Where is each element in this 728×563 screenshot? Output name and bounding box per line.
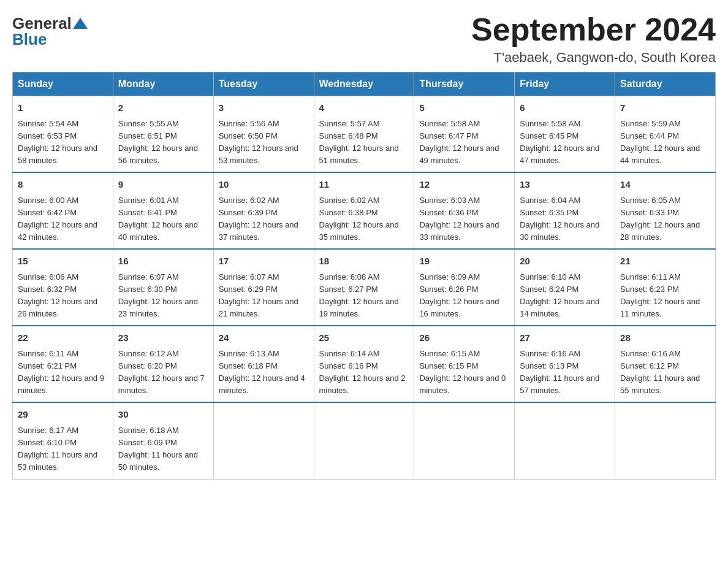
day-number: 15: [18, 255, 108, 269]
calendar-cell: 7Sunrise: 5:59 AMSunset: 6:44 PMDaylight…: [615, 96, 716, 173]
day-number: 19: [419, 255, 509, 269]
calendar-cell: 28Sunrise: 6:16 AMSunset: 6:12 PMDayligh…: [615, 326, 716, 402]
day-info: Sunrise: 6:05 AMSunset: 6:33 PMDaylight:…: [620, 194, 710, 244]
day-number: 24: [219, 331, 309, 345]
day-info: Sunrise: 6:14 AMSunset: 6:16 PMDaylight:…: [319, 348, 409, 397]
day-number: 29: [18, 408, 108, 422]
calendar-cell: 18Sunrise: 6:08 AMSunset: 6:27 PMDayligh…: [314, 249, 414, 326]
day-info: Sunrise: 5:55 AMSunset: 6:51 PMDaylight:…: [118, 118, 208, 167]
day-number: 9: [118, 178, 208, 192]
logo: General Blue: [12, 12, 88, 47]
day-info: Sunrise: 5:54 AMSunset: 6:53 PMDaylight:…: [18, 118, 108, 167]
day-number: 3: [219, 101, 309, 115]
day-info: Sunrise: 5:56 AMSunset: 6:50 PMDaylight:…: [219, 118, 309, 167]
day-number: 28: [620, 331, 710, 345]
calendar-cell: 21Sunrise: 6:11 AMSunset: 6:23 PMDayligh…: [615, 249, 716, 326]
day-info: Sunrise: 6:12 AMSunset: 6:20 PMDaylight:…: [118, 348, 208, 397]
day-number: 18: [319, 255, 409, 269]
day-info: Sunrise: 6:09 AMSunset: 6:26 PMDaylight:…: [419, 271, 509, 321]
weekday-header-wednesday: Wednesday: [314, 72, 414, 96]
calendar-week-row: 8Sunrise: 6:00 AMSunset: 6:42 PMDaylight…: [13, 172, 716, 249]
day-info: Sunrise: 6:11 AMSunset: 6:21 PMDaylight:…: [18, 348, 108, 397]
calendar-cell: 8Sunrise: 6:00 AMSunset: 6:42 PMDaylight…: [13, 172, 113, 249]
day-info: Sunrise: 6:04 AMSunset: 6:35 PMDaylight:…: [520, 194, 610, 244]
day-info: Sunrise: 6:02 AMSunset: 6:39 PMDaylight:…: [219, 194, 309, 244]
day-info: Sunrise: 6:07 AMSunset: 6:30 PMDaylight:…: [118, 271, 208, 321]
calendar-cell: 25Sunrise: 6:14 AMSunset: 6:16 PMDayligh…: [314, 326, 414, 402]
calendar-cell: 26Sunrise: 6:15 AMSunset: 6:15 PMDayligh…: [414, 326, 515, 402]
day-number: 14: [620, 178, 710, 192]
day-number: 22: [18, 331, 108, 345]
weekday-header-row: SundayMondayTuesdayWednesdayThursdayFrid…: [13, 72, 716, 96]
calendar-cell: 11Sunrise: 6:02 AMSunset: 6:38 PMDayligh…: [314, 172, 414, 249]
page-header: General Blue September 2024 T'aebaek, Ga…: [12, 12, 716, 66]
title-section: September 2024 T'aebaek, Gangwon-do, Sou…: [471, 12, 716, 66]
day-number: 20: [520, 255, 610, 269]
calendar-cell: 19Sunrise: 6:09 AMSunset: 6:26 PMDayligh…: [414, 249, 515, 326]
calendar-week-row: 29Sunrise: 6:17 AMSunset: 6:10 PMDayligh…: [13, 402, 716, 479]
day-number: 21: [620, 255, 710, 269]
weekday-header-thursday: Thursday: [414, 72, 515, 96]
calendar-cell: 30Sunrise: 6:18 AMSunset: 6:09 PMDayligh…: [113, 402, 213, 479]
day-number: 6: [520, 101, 610, 115]
calendar-cell: 4Sunrise: 5:57 AMSunset: 6:48 PMDaylight…: [314, 96, 414, 173]
day-info: Sunrise: 6:13 AMSunset: 6:18 PMDaylight:…: [219, 348, 309, 397]
day-info: Sunrise: 6:08 AMSunset: 6:27 PMDaylight:…: [319, 271, 409, 321]
day-info: Sunrise: 5:58 AMSunset: 6:45 PMDaylight:…: [520, 118, 610, 167]
day-number: 7: [620, 101, 710, 115]
day-number: 26: [419, 331, 509, 345]
day-number: 23: [118, 331, 208, 345]
calendar-cell: 3Sunrise: 5:56 AMSunset: 6:50 PMDaylight…: [213, 96, 314, 173]
calendar-cell: 9Sunrise: 6:01 AMSunset: 6:41 PMDaylight…: [113, 172, 213, 249]
day-number: 17: [219, 255, 309, 269]
day-number: 12: [419, 178, 509, 192]
calendar-cell: 22Sunrise: 6:11 AMSunset: 6:21 PMDayligh…: [13, 326, 113, 402]
calendar-cell: 6Sunrise: 5:58 AMSunset: 6:45 PMDaylight…: [515, 96, 615, 173]
day-info: Sunrise: 6:06 AMSunset: 6:32 PMDaylight:…: [18, 271, 108, 321]
calendar-cell: 14Sunrise: 6:05 AMSunset: 6:33 PMDayligh…: [615, 172, 716, 249]
day-info: Sunrise: 6:15 AMSunset: 6:15 PMDaylight:…: [419, 348, 509, 397]
day-number: 25: [319, 331, 409, 345]
calendar-cell: 5Sunrise: 5:58 AMSunset: 6:47 PMDaylight…: [414, 96, 515, 173]
day-info: Sunrise: 5:58 AMSunset: 6:47 PMDaylight:…: [419, 118, 509, 167]
day-info: Sunrise: 6:00 AMSunset: 6:42 PMDaylight:…: [18, 194, 108, 244]
day-info: Sunrise: 6:16 AMSunset: 6:13 PMDaylight:…: [520, 348, 610, 397]
day-info: Sunrise: 6:01 AMSunset: 6:41 PMDaylight:…: [118, 194, 208, 244]
day-info: Sunrise: 6:11 AMSunset: 6:23 PMDaylight:…: [620, 271, 710, 321]
day-info: Sunrise: 5:59 AMSunset: 6:44 PMDaylight:…: [620, 118, 710, 167]
day-number: 11: [319, 178, 409, 192]
calendar-cell: [515, 402, 615, 479]
calendar-cell: 17Sunrise: 6:07 AMSunset: 6:29 PMDayligh…: [213, 249, 314, 326]
subtitle: T'aebaek, Gangwon-do, South Korea: [471, 50, 716, 66]
weekday-header-tuesday: Tuesday: [213, 72, 314, 96]
calendar-cell: [615, 402, 716, 479]
day-number: 16: [118, 255, 208, 269]
calendar-cell: 10Sunrise: 6:02 AMSunset: 6:39 PMDayligh…: [213, 172, 314, 249]
calendar-cell: 13Sunrise: 6:04 AMSunset: 6:35 PMDayligh…: [515, 172, 615, 249]
calendar-week-row: 1Sunrise: 5:54 AMSunset: 6:53 PMDaylight…: [13, 96, 716, 173]
day-info: Sunrise: 6:17 AMSunset: 6:10 PMDaylight:…: [18, 424, 108, 474]
weekday-header-monday: Monday: [113, 72, 213, 96]
weekday-header-friday: Friday: [515, 72, 615, 96]
day-info: Sunrise: 5:57 AMSunset: 6:48 PMDaylight:…: [319, 118, 409, 167]
day-info: Sunrise: 6:18 AMSunset: 6:09 PMDaylight:…: [118, 424, 208, 474]
day-info: Sunrise: 6:16 AMSunset: 6:12 PMDaylight:…: [620, 348, 710, 397]
calendar-cell: 15Sunrise: 6:06 AMSunset: 6:32 PMDayligh…: [13, 249, 113, 326]
calendar-cell: 24Sunrise: 6:13 AMSunset: 6:18 PMDayligh…: [213, 326, 314, 402]
weekday-header-saturday: Saturday: [615, 72, 716, 96]
calendar-cell: 20Sunrise: 6:10 AMSunset: 6:24 PMDayligh…: [515, 249, 615, 326]
day-number: 1: [18, 101, 108, 115]
logo-triangle-icon: [73, 18, 88, 29]
calendar-cell: 1Sunrise: 5:54 AMSunset: 6:53 PMDaylight…: [13, 96, 113, 173]
calendar-cell: [414, 402, 515, 479]
day-info: Sunrise: 6:07 AMSunset: 6:29 PMDaylight:…: [219, 271, 309, 321]
day-number: 27: [520, 331, 610, 345]
day-info: Sunrise: 6:03 AMSunset: 6:36 PMDaylight:…: [419, 194, 509, 244]
calendar-cell: 27Sunrise: 6:16 AMSunset: 6:13 PMDayligh…: [515, 326, 615, 402]
day-number: 10: [219, 178, 309, 192]
day-number: 5: [419, 101, 509, 115]
logo-general-text: General: [12, 15, 72, 31]
weekday-header-sunday: Sunday: [13, 72, 113, 96]
calendar-cell: 12Sunrise: 6:03 AMSunset: 6:36 PMDayligh…: [414, 172, 515, 249]
day-info: Sunrise: 6:10 AMSunset: 6:24 PMDaylight:…: [520, 271, 610, 321]
